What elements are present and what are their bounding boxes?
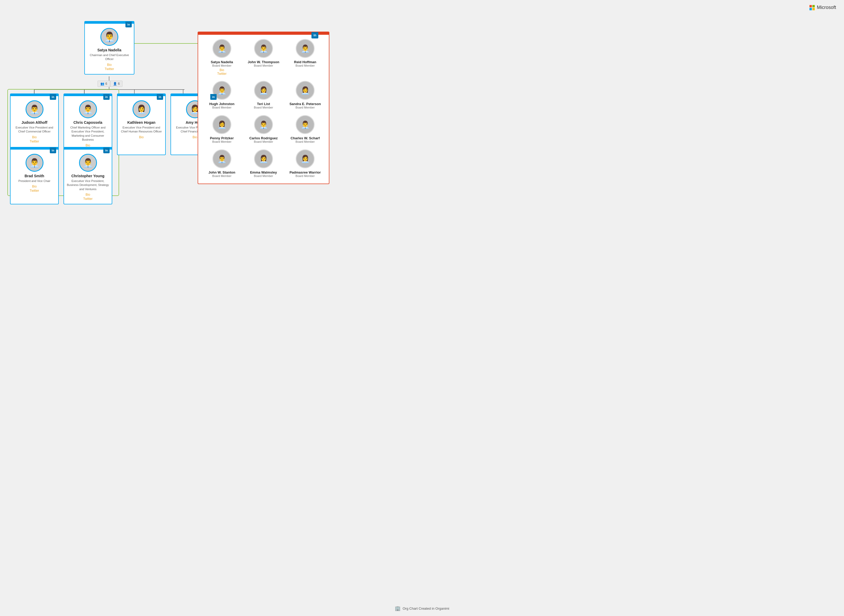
brole-scharf: Board Member bbox=[286, 140, 325, 143]
title-judson: Executive Vice President and Chief Comme… bbox=[13, 126, 56, 134]
brole-johnston: Board Member bbox=[202, 106, 241, 109]
card-chris-capossela: in 👨‍💼 Chris Capossela Chief Marketing O… bbox=[63, 94, 112, 155]
bio-kathleen[interactable]: Bio bbox=[120, 135, 163, 139]
person-icon: 👤 bbox=[113, 82, 117, 86]
name-satya: Satya Nadella bbox=[87, 48, 131, 52]
brole-peterson: Board Member bbox=[286, 106, 325, 109]
title-christopher: Executive Vice President, Business Devel… bbox=[67, 179, 109, 191]
organimi-icon: 🏢 bbox=[395, 606, 400, 611]
board-member-walmsley: 👩‍💼 Emma Walmsley Board Member bbox=[244, 149, 283, 178]
card-christopher-young: in 👨‍💼 Christopher Young Executive Vice … bbox=[63, 147, 112, 204]
avatar-board-walmsley: 👩‍💼 bbox=[254, 149, 273, 168]
board-grid: 👨‍💼 Satya Nadella Board Member Bio Twitt… bbox=[198, 35, 329, 183]
avatar-board-peterson: 👩‍💼 bbox=[296, 81, 315, 100]
bio-christopher[interactable]: Bio bbox=[67, 193, 109, 197]
avatar-board-stanton: 👨‍💼 bbox=[212, 149, 231, 168]
footer: 🏢 Org Chart Created in Organimi bbox=[395, 606, 449, 611]
title-chris: Chief Marketing Officer and Executive Vi… bbox=[67, 126, 109, 142]
avatar-satya: 👨‍💼 bbox=[100, 28, 118, 46]
name-christopher: Christopher Young bbox=[67, 174, 109, 178]
bname-walmsley: Emma Walmsley bbox=[244, 170, 283, 175]
bio-brad[interactable]: Bio bbox=[13, 185, 56, 188]
avatar-board-warrior: 👩‍💼 bbox=[296, 149, 315, 168]
title-kathleen: Executive Vice President and Chief Human… bbox=[120, 126, 163, 134]
twitter-brad[interactable]: Twitter bbox=[13, 189, 56, 192]
linkedin-badge-christopher[interactable]: in bbox=[103, 148, 110, 153]
board-member-rodriguez: 👨‍💼 Carlos Rodriguez Board Member bbox=[244, 115, 283, 144]
linkedin-badge-kathleen[interactable]: in bbox=[157, 94, 163, 100]
indirect-count: 6 bbox=[118, 82, 120, 86]
brole-satya: Board Member bbox=[202, 64, 241, 67]
brole-rodriguez: Board Member bbox=[244, 140, 283, 143]
avatar-christopher: 👨‍💼 bbox=[79, 154, 97, 172]
brole-thompson: Board Member bbox=[244, 64, 283, 67]
avatar-board-list: 👩‍💼 bbox=[254, 81, 273, 100]
avatar-board-hoffman: 👨‍💼 bbox=[296, 39, 315, 58]
bname-warrior: Padmasree Warrior bbox=[286, 170, 325, 175]
board-panel: in 👨‍💼 Satya Nadella Board Member Bio Tw… bbox=[198, 32, 329, 184]
card-satya-nadella: in 👨‍💼 Satya Nadella Chairman and Chief … bbox=[84, 21, 134, 75]
avatar-board-satya: 👨‍💼 bbox=[212, 39, 231, 58]
direct-count-badge: 👥 6 bbox=[97, 81, 110, 87]
brole-walmsley: Board Member bbox=[244, 175, 283, 177]
btwitter-satya[interactable]: Twitter bbox=[202, 72, 241, 76]
brand-name: Microsoft bbox=[817, 5, 836, 10]
title-satya: Chairman and Chief Executive Officer bbox=[87, 53, 131, 62]
bname-hoffman: Reid Hoffman bbox=[286, 60, 325, 64]
brole-pritzker: Board Member bbox=[202, 140, 241, 143]
bname-scharf: Charles W. Scharf bbox=[286, 136, 325, 140]
twitter-link-satya[interactable]: Twitter bbox=[87, 67, 131, 71]
bname-pritzker: Penny Pritzker bbox=[202, 136, 241, 140]
bbio-satya[interactable]: Bio bbox=[219, 68, 224, 72]
avatar-board-thompson: 👨‍💼 bbox=[254, 39, 273, 58]
bio-judson[interactable]: Bio bbox=[13, 135, 56, 139]
avatar-board-rodriguez: 👨‍💼 bbox=[254, 115, 273, 134]
board-linkedin-badge[interactable]: in bbox=[312, 32, 318, 38]
card-brad-smith: in 👨‍💼 Brad Smith President and Vice Cha… bbox=[10, 147, 59, 204]
twitter-judson[interactable]: Twitter bbox=[13, 139, 56, 143]
bname-rodriguez: Carlos Rodriguez bbox=[244, 136, 283, 140]
brole-warrior: Board Member bbox=[286, 175, 325, 177]
name-kathleen: Kathleen Hogan bbox=[120, 120, 163, 125]
linkedin-badge-brad[interactable]: in bbox=[50, 148, 56, 153]
chart-area: in 👨‍💼 Satya Nadella Chairman and Chief … bbox=[0, 0, 337, 253]
board-panel-top-bar bbox=[198, 32, 329, 35]
bname-stanton: John W. Stanton bbox=[202, 170, 241, 175]
brole-hoffman: Board Member bbox=[286, 64, 325, 67]
avatar-brad: 👨‍💼 bbox=[26, 154, 44, 172]
board-member-scharf: 👨‍💼 Charles W. Scharf Board Member bbox=[286, 115, 325, 144]
bname-peterson: Sandra E. Peterson bbox=[286, 102, 325, 106]
linkedin-badge-chris[interactable]: in bbox=[103, 94, 110, 100]
board-member-pritzker: 👩‍💼 Penny Pritzker Board Member bbox=[202, 115, 241, 144]
brole-list: Board Member bbox=[244, 106, 283, 109]
board-member-hoffman: 👨‍💼 Reid Hoffman Board Member bbox=[286, 39, 325, 76]
board-member-thompson: 👨‍💼 John W. Thompson Board Member bbox=[244, 39, 283, 76]
footer-text: Org Chart Created in Organimi bbox=[403, 607, 449, 610]
bio-chris[interactable]: Bio bbox=[67, 144, 109, 147]
header: Microsoft bbox=[809, 5, 836, 10]
board-member-satya: 👨‍💼 Satya Nadella Board Member Bio Twitt… bbox=[202, 39, 241, 76]
linkedin-badge-judson[interactable]: in bbox=[50, 94, 56, 100]
board-member-johnston: 👨‍💼 Hugh Johnston Board Member bbox=[202, 81, 241, 110]
linkedin-badge-amy[interactable]: in bbox=[210, 94, 217, 100]
bname-johnston: Hugh Johnston bbox=[202, 102, 241, 106]
linkedin-badge[interactable]: in bbox=[125, 22, 132, 27]
avatar-judson: 👨‍💼 bbox=[26, 100, 44, 118]
avatar-board-scharf: 👨‍💼 bbox=[296, 115, 315, 134]
direct-count: 6 bbox=[105, 82, 107, 86]
board-member-list: 👩‍💼 Teri List Board Member bbox=[244, 81, 283, 110]
twitter-christopher[interactable]: Twitter bbox=[67, 197, 109, 201]
card-judson-althoff: in 👨‍💼 Judson Althoff Executive Vice Pre… bbox=[10, 94, 59, 155]
bname-list: Teri List bbox=[244, 102, 283, 106]
bname-thompson: John W. Thompson bbox=[244, 60, 283, 64]
indirect-count-badge: 👤 6 bbox=[110, 81, 123, 87]
badge-row: 👥 6 👤 6 bbox=[97, 81, 122, 87]
microsoft-logo bbox=[809, 5, 815, 10]
group-icon: 👥 bbox=[100, 82, 104, 86]
avatar-board-pritzker: 👩‍💼 bbox=[212, 115, 231, 134]
title-brad: President and Vice Chair bbox=[13, 179, 56, 183]
board-member-peterson: 👩‍💼 Sandra E. Peterson Board Member bbox=[286, 81, 325, 110]
bio-link-satya[interactable]: Bio bbox=[87, 63, 131, 67]
avatar-kathleen: 👩‍💼 bbox=[132, 100, 150, 118]
card-kathleen-hogan: in 👩‍💼 Kathleen Hogan Executive Vice Pre… bbox=[117, 94, 166, 155]
